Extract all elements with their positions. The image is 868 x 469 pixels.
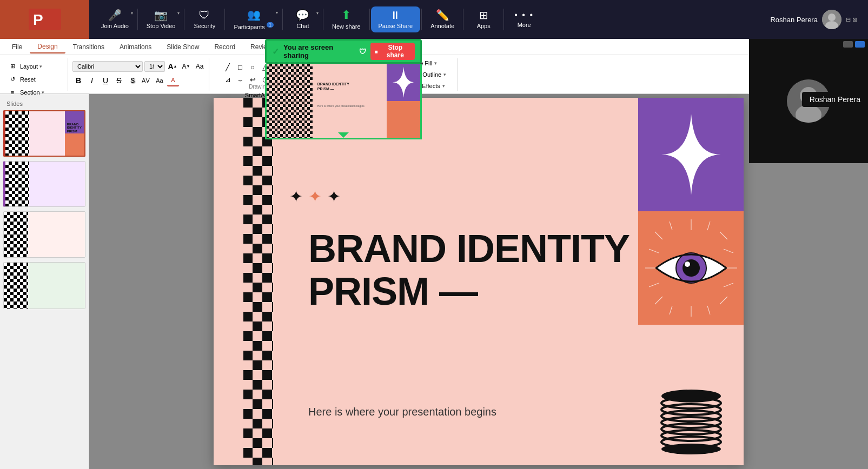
pause-share-button[interactable]: ⏸ Pause Share [371, 6, 421, 32]
shape-circle[interactable]: ○ [247, 62, 259, 73]
svg-line-20 [707, 306, 710, 314]
layout-button[interactable]: ⊞ [6, 61, 18, 72]
aa-button[interactable]: Aa [154, 75, 165, 86]
share-banner-text: You are screen sharing [283, 43, 355, 59]
stop-share-button[interactable]: ■ Stop share [370, 43, 415, 60]
list-item: 1 BRANDIDENTITYPRISM [3, 110, 85, 157]
apps-button[interactable]: ⊞ Apps [465, 6, 502, 32]
shadow-button[interactable]: S [127, 75, 138, 86]
user-avatar[interactable] [822, 10, 842, 29]
slide-thumb-3[interactable] [3, 211, 85, 258]
svg-line-10 [720, 232, 727, 239]
stop-icon: ■ [375, 49, 378, 55]
tab-slide-show[interactable]: Slide Show [159, 41, 207, 53]
tab-record[interactable]: Record [207, 41, 243, 53]
svg-line-15 [649, 283, 659, 287]
slide-title[interactable]: BRAND IDENTITY PRISM — [308, 227, 630, 313]
coil-svg [656, 390, 726, 454]
chat-button[interactable]: 💬 Chat ▾ [284, 6, 322, 32]
shape-outline-caret: ▾ [443, 72, 446, 77]
tab-transitions[interactable]: Transitions [65, 41, 112, 53]
shape-line[interactable]: ╱ [222, 62, 234, 73]
svg-text:P: P [33, 11, 43, 28]
toolbar-divider-2 [184, 9, 184, 30]
increase-font-button[interactable]: A▲ [167, 61, 178, 72]
maximize-control[interactable] [855, 41, 865, 48]
more-button[interactable]: • • • More [505, 8, 543, 31]
strikethrough-button[interactable]: S [113, 75, 125, 86]
font-group: Calibri 18 A▲ A▼ Aa B I U S S AV Aa A [69, 58, 209, 91]
change-case-button[interactable]: Aa [194, 61, 206, 72]
sparkle-3: ✦ [327, 187, 341, 206]
ribbon-tabs-bar: File Design Transitions Animations Slide… [0, 39, 868, 55]
italic-button[interactable]: I [86, 75, 98, 86]
participants-icon: 👥 [247, 9, 261, 20]
user-name-label: Roshan Perera [770, 16, 817, 24]
tab-animations[interactable]: Animations [112, 41, 159, 53]
slide-thumb-4[interactable] [3, 262, 85, 309]
section-icon: ≡ [11, 89, 14, 96]
section-caret: ▾ [42, 90, 44, 95]
layout-caret: ▾ [39, 64, 42, 69]
layout-icon: ⊞ [10, 63, 15, 70]
font-select-row: Calibri 18 A▲ A▼ Aa [72, 61, 206, 72]
decrease-font-button[interactable]: A▼ [180, 61, 192, 72]
pause-share-icon: ⏸ [390, 10, 401, 21]
slide-thumb-2[interactable] [3, 161, 85, 207]
coil-decoration [638, 325, 744, 465]
new-share-button[interactable]: ⬆ New share [324, 6, 368, 33]
stop-video-button[interactable]: 📷 Stop Video ▾ [139, 6, 183, 32]
share-preview-window: BRAND IDENTITYPRISM — Here is where your… [265, 64, 422, 139]
shape-curve[interactable]: ⌣ [234, 74, 246, 86]
slide-title-line1: BRAND IDENTITY [308, 227, 630, 270]
slide-thumb-1[interactable]: BRANDIDENTITYPRISM [3, 110, 85, 157]
minimize-control[interactable] [843, 41, 853, 48]
sparkle-2: ✦ [308, 187, 322, 206]
preview-orange [387, 101, 420, 138]
screen-share-banner: ✓ You are screen sharing 🛡 ■ Stop share … [265, 39, 422, 131]
character-spacing-button[interactable]: AV [140, 75, 152, 86]
new-share-icon: ⬆ [341, 9, 351, 21]
toolbar-divider-6 [369, 9, 370, 30]
tab-design[interactable]: Design [30, 41, 65, 53]
layout-row: ⊞ Layout ▾ [6, 61, 42, 72]
participants-button[interactable]: 👥 Participants 1 ▾ [226, 6, 281, 34]
shape-rect[interactable]: □ [234, 62, 246, 73]
list-item: 4 [3, 262, 85, 309]
section-row: ≡ Section ▾ [6, 86, 44, 98]
slide-canvas[interactable]: ✦ ✦ ✦ BRAND IDENTITY PRISM — Here is whe… [214, 98, 744, 465]
bold-button[interactable]: B [72, 75, 84, 86]
svg-point-1 [828, 14, 836, 21]
preview-star [387, 64, 420, 101]
more-icon: • • • [514, 11, 534, 19]
font-family-select[interactable]: Calibri [72, 61, 143, 72]
reset-button[interactable]: ↺ [6, 73, 18, 85]
preview-purple [387, 64, 420, 101]
decrease-font-icon: A [182, 63, 187, 70]
annotate-button[interactable]: ✏️ Annotate [423, 6, 462, 32]
reset-label: Reset [20, 76, 36, 83]
security-button[interactable]: 🛡 Security [185, 6, 223, 32]
toolbar-divider-9 [503, 9, 504, 30]
shape-effects-caret: ▾ [442, 83, 445, 89]
tab-file[interactable]: File [4, 41, 30, 53]
shape-right-tri[interactable]: ⊿ [222, 74, 234, 86]
chat-caret: ▾ [316, 11, 319, 16]
star-decoration [656, 109, 726, 200]
stop-video-icon: 📷 [154, 10, 168, 21]
preview-subtitle-text: Here is where your presentation begins [317, 104, 365, 108]
underline-button[interactable]: U [100, 75, 111, 86]
join-audio-icon: 🎤 [108, 10, 122, 21]
stop-share-label: Stop share [380, 44, 410, 59]
join-audio-caret: ▾ [131, 11, 133, 16]
section-button[interactable]: ≡ [6, 86, 18, 98]
participants-caret: ▾ [276, 10, 278, 15]
svg-line-19 [670, 306, 672, 314]
slide-subtitle[interactable]: Here is where your presentation begins [308, 406, 496, 418]
share-check-icon: ✓ [272, 46, 279, 57]
font-color-button[interactable]: A [167, 75, 179, 86]
svg-line-18 [707, 222, 710, 230]
font-size-select[interactable]: 18 [144, 61, 165, 72]
join-audio-button[interactable]: 🎤 Join Audio ▾ [94, 6, 136, 32]
slide-panel: Slides 1 BRANDIDENTITYPRISM 2 3 [0, 94, 89, 469]
